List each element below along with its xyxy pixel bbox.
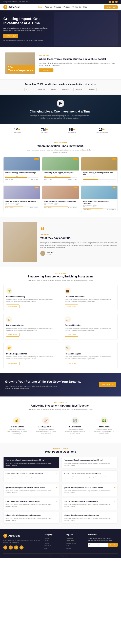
nav-services[interactable]: Services	[54, 6, 61, 8]
card-item-3[interactable]: 45% Organic farming, supporting farmers,…	[81, 157, 118, 183]
nav-blog[interactable]: Blog	[83, 6, 87, 8]
footer: A ArthaFund Lorem ipsum dolor sit amet c…	[0, 529, 121, 558]
whyus-title: Unlocking Investment Opportunities Toget…	[3, 404, 118, 407]
footer-support-title: Support	[66, 534, 85, 536]
nav-portfolio[interactable]: Portfolio	[64, 6, 70, 8]
faq-item-8[interactable]: Exerci tation ullamcorper suscipit lobor…	[62, 498, 118, 510]
footer-logo-text: ArthaFund	[8, 534, 20, 537]
play-button[interactable]	[57, 100, 64, 107]
nav-links: Home About Us Services Portfolio Contact…	[38, 6, 87, 8]
nav-contact[interactable]: Contact Us	[72, 6, 81, 8]
service-text-2: Lorem ipsum dolor sit amet consectetur a…	[65, 299, 115, 303]
video-section: Changing Lives, One Investment at a Time…	[0, 95, 121, 124]
faq-item-9[interactable]: Labore nisi ut aliquip ex ea commodo con…	[3, 512, 60, 524]
service-text-4: Lorem ipsum dolor sit amet consectetur a…	[65, 327, 115, 331]
stat-raised-number: 4M+	[13, 128, 21, 132]
card-item-4[interactable]: 55% Digital art, online art gallery, art…	[3, 186, 40, 212]
footer-link-portfolio[interactable]: Portfolio	[44, 542, 63, 544]
play-icon	[59, 102, 62, 105]
testimonial-text: Lorem ipsum dolor sit amet consectetur a…	[40, 242, 118, 249]
footer-link-help[interactable]: Help Center	[66, 538, 85, 539]
footer-support-col: Support Help Center Privacy Policy Terms…	[66, 534, 85, 550]
stats-bar: 4M+ Total Raised 7M+ Total Funded 8B+ To…	[0, 124, 121, 137]
footer-twitter-icon[interactable]: t	[9, 546, 13, 550]
footer-link-faq[interactable]: FAQ	[66, 545, 85, 546]
logo-icon: A	[3, 5, 8, 9]
hero-title: Creating Impact, One Investment at a Tim…	[3, 17, 50, 26]
faq-item-1[interactable]: Placerat eu nisl sociis massa vulputate …	[3, 457, 60, 468]
footer-newsletter-title: Newsletter	[88, 534, 118, 536]
card-item-1[interactable]: 67% Renewable energy crowdfunding campai…	[3, 157, 40, 183]
faq-item-3[interactable]: Lorem ipsum dolor sit amet consectetur i…	[3, 470, 60, 482]
faq-item-7[interactable]: Exerci tation ullamcorper suscipit lobor…	[3, 498, 60, 510]
hero-invest-button[interactable]: INVEST NOW	[3, 34, 18, 38]
stat-raised: 4M+ Total Raised	[13, 128, 21, 133]
footer-newsletter-text: Signup to our newsletter to get update i…	[88, 538, 118, 542]
topbar-social	[108, 1, 118, 3]
services-section: OUR SERVICES Empowering Entrepreneurs, E…	[0, 267, 121, 373]
newsletter-subscribe-button[interactable]: Subscribe	[108, 543, 118, 547]
service-btn-1[interactable]: LEARN MORE	[6, 304, 20, 308]
whyus-title-1: Financial Control	[5, 426, 28, 428]
card-title-5: Online education & education transformat…	[44, 200, 77, 202]
cta-invest-button[interactable]: INVEST NOW	[99, 382, 116, 388]
footer-bottom: © 2024 ArthaFund. All Rights Reserved.	[3, 553, 118, 557]
card-badge-1: 67%	[34, 158, 39, 160]
whyus-section: WHY CHOOSE US Unlocking Investment Oppor…	[0, 396, 121, 443]
logo[interactable]: A ArthaFund	[3, 5, 20, 9]
footer-linkedin-icon[interactable]: in	[14, 546, 18, 550]
footer-instagram-icon[interactable]: ig	[20, 546, 24, 550]
faq-item-10[interactable]: Labore nisi ut aliquip ex ea commodo con…	[62, 512, 118, 524]
consultation-icon: 💼	[66, 290, 70, 292]
faq-item-5[interactable]: Quis nec amet semper quam et rutrum sem …	[3, 484, 60, 496]
footer-link-blog[interactable]: Blog	[44, 548, 63, 549]
service-btn-2[interactable]: LEARN MORE	[65, 304, 78, 308]
newsletter-email-input[interactable]	[88, 543, 108, 547]
service-text-1: Lorem ipsum dolor sit amet consectetur a…	[6, 299, 56, 303]
trust-logo-3: BOOO	[50, 88, 58, 91]
cta-banner: Growing Your Fortune While You Grow Your…	[0, 373, 121, 396]
faq-item-2[interactable]: Placerat eu nisl sociis massa vulputate …	[62, 457, 118, 468]
sustainable-icon: 🌱	[8, 290, 11, 292]
about-description: Lorem ipsum dolor sit amet consectetur a…	[39, 62, 116, 67]
service-text-5: Lorem ipsum dolor sit amet consectetur a…	[6, 356, 56, 360]
faq-item-6[interactable]: Quis nec amet semper quam et rutrum sem …	[62, 484, 118, 496]
footer-link-about[interactable]: About Us	[44, 538, 63, 539]
advisory-icon: 📊	[8, 318, 11, 321]
invest-now-nav-button[interactable]: INVEST NOW	[104, 6, 118, 9]
asset-appreciation-icon: 📈	[44, 418, 48, 422]
service-financial-consultation: 💼 Financial Consultation Lorem ipsum dol…	[62, 285, 118, 311]
nav-home[interactable]: Home	[38, 6, 42, 8]
card-item-5[interactable]: 72% Online education & education transfo…	[42, 186, 79, 212]
service-btn-6[interactable]: LEARN MORE	[65, 362, 78, 365]
nav-about[interactable]: About Us	[45, 6, 52, 8]
topbar: info@arthafund.com +91-9891-9513	[0, 0, 121, 4]
footer-grid: A ArthaFund Lorem ipsum dolor sit amet c…	[3, 534, 118, 550]
footer-link-services[interactable]: Services	[44, 540, 63, 542]
footer-description: Lorem ipsum dolor sit amet consectetur a…	[3, 540, 41, 544]
about-learn-more-button[interactable]: LEARN MORE	[39, 68, 54, 72]
footer-link-contact-support[interactable]: Contact	[66, 548, 85, 549]
service-financial-analysis: 🔍 Financial Analysis Lorem ipsum dolor s…	[62, 342, 118, 368]
service-btn-4[interactable]: LEARN MORE	[65, 333, 78, 337]
linkedin-icon[interactable]	[115, 1, 118, 3]
years-number: 15+	[8, 66, 33, 69]
author-avatar	[40, 251, 46, 256]
footer-company-links: About Us Services Portfolio Contact Us B…	[44, 538, 63, 549]
footer-facebook-icon[interactable]: f	[3, 546, 8, 550]
card-item-6[interactable]: 60% Digital health, health app, healthca…	[81, 186, 118, 212]
facebook-icon[interactable]	[108, 1, 111, 3]
footer-link-contact[interactable]: Contact Us	[44, 545, 63, 546]
testimonial-tag: TESTIMONIALS	[40, 234, 118, 236]
stat-experience-number: 15+	[96, 128, 108, 132]
service-btn-3[interactable]: LEARN MORE	[6, 333, 20, 337]
service-sustainable-investing: 🌱 Sustainable Investing Lorem ipsum dolo…	[3, 285, 59, 311]
footer-link-terms[interactable]: Terms of Service	[66, 542, 85, 544]
twitter-icon[interactable]	[112, 1, 114, 3]
service-title-6: Financial Analysis	[65, 353, 115, 355]
service-btn-5[interactable]: LEARN MORE	[6, 362, 20, 365]
card-item-2[interactable]: 80% Community art, art support, art camp…	[42, 157, 79, 183]
card-title-6: Digital health, health app, healthcare i…	[83, 200, 116, 204]
footer-link-privacy[interactable]: Privacy Policy	[66, 540, 85, 542]
faq-item-4[interactable]: Ut enim ad minim veniam quis nostrud exe…	[62, 470, 118, 482]
